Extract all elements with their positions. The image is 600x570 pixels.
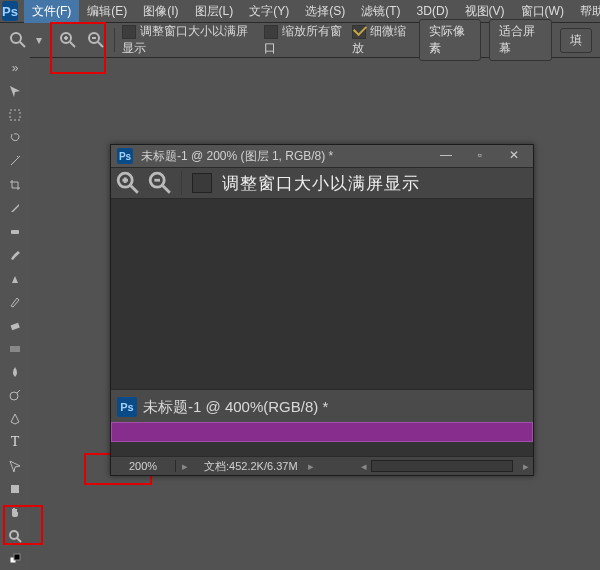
nested-document-tab[interactable]: Ps 未标题-1 @ 400%(RGB/8) * [111, 389, 533, 424]
actual-pixels-button[interactable]: 实际像素 [419, 19, 482, 61]
zoom-current-icon [8, 29, 28, 51]
svg-line-14 [17, 390, 20, 393]
status-arrow-icon[interactable]: ▸ [176, 460, 194, 473]
swap-colors-icon[interactable] [2, 548, 28, 570]
menu-3d[interactable]: 3D(D) [409, 1, 457, 21]
brush-tool-icon[interactable] [2, 243, 28, 266]
svg-rect-10 [11, 230, 19, 234]
status-bar: 200% ▸ 文档:452.2K/6.37M ▸ ◂ ▸ [111, 456, 533, 475]
fill-screen-button[interactable]: 填 [560, 28, 592, 53]
svg-point-0 [11, 33, 21, 43]
zoom-in-icon[interactable] [58, 29, 78, 51]
scroll-left-icon[interactable]: ◂ [357, 460, 371, 473]
heal-tool-icon[interactable] [2, 220, 28, 243]
ps-mini-icon: Ps [117, 148, 133, 164]
svg-line-17 [17, 538, 21, 542]
menu-type[interactable]: 文字(Y) [241, 0, 297, 23]
svg-point-16 [10, 531, 18, 539]
doc-resize-checkbox[interactable] [192, 173, 212, 193]
doc-zoom-out-icon[interactable] [145, 168, 176, 199]
menu-image[interactable]: 图像(I) [135, 0, 186, 23]
shape-tool-icon[interactable] [2, 477, 28, 500]
svg-rect-11 [11, 323, 20, 330]
zoom-tool-icon[interactable] [2, 524, 28, 547]
eyedropper-tool-icon[interactable] [2, 196, 28, 219]
fit-screen-button[interactable]: 适合屏幕 [489, 19, 552, 61]
maximize-button[interactable]: ▫ [467, 148, 493, 164]
zoom-out-icon[interactable] [86, 29, 106, 51]
menu-help[interactable]: 帮助(H) [572, 0, 600, 23]
menu-layer[interactable]: 图层(L) [187, 0, 242, 23]
document-canvas[interactable]: Ps 未标题-1 @ 400%(RGB/8) * [111, 199, 533, 456]
menu-edit[interactable]: 编辑(E) [79, 0, 135, 23]
move-tool-icon[interactable] [2, 79, 28, 102]
document-title: 未标题-1 @ 200% (图层 1, RGB/8) * [141, 148, 425, 165]
doc-zoom-in-icon[interactable] [113, 168, 144, 199]
lasso-tool-icon[interactable] [2, 126, 28, 149]
crop-tool-icon[interactable] [2, 173, 28, 196]
menu-file[interactable]: 文件(F) [24, 0, 79, 23]
canvas-content [111, 422, 533, 442]
app-logo: Ps [2, 1, 18, 21]
divider [181, 171, 182, 195]
svg-rect-9 [10, 110, 20, 120]
options-bar: ▾ 调整窗口大小以满屏显示 缩放所有窗口 细微缩放 实际像素 适合屏幕 填 [0, 23, 600, 58]
resize-windows-label: 调整窗口大小以满屏显示 [122, 24, 248, 55]
path-tool-icon[interactable] [2, 454, 28, 477]
gradient-tool-icon[interactable] [2, 337, 28, 360]
divider [50, 28, 51, 52]
scrubby-checkbox[interactable]: 细微缩放 [352, 23, 411, 57]
menu-select[interactable]: 选择(S) [297, 0, 353, 23]
svg-line-1 [20, 42, 25, 47]
menu-filter[interactable]: 滤镜(T) [353, 0, 408, 23]
dodge-tool-icon[interactable] [2, 384, 28, 407]
collapse-icon[interactable]: » [2, 56, 28, 79]
ps-mini-icon: Ps [117, 397, 137, 417]
status-doc-size: 文档:452.2K/6.37M [194, 459, 308, 474]
doc-resize-label: 调整窗口大小以满屏显示 [222, 172, 420, 195]
status-menu-arrow-icon[interactable]: ▸ [308, 460, 314, 473]
horizontal-scrollbar[interactable] [371, 460, 513, 472]
svg-rect-12 [10, 346, 20, 352]
resize-windows-checkbox[interactable]: 调整窗口大小以满屏显示 [122, 23, 255, 57]
pen-tool-icon[interactable] [2, 407, 28, 430]
zoom-level-input[interactable]: 200% [111, 460, 176, 472]
history-brush-icon[interactable] [2, 290, 28, 313]
marquee-tool-icon[interactable] [2, 103, 28, 126]
type-tool-icon[interactable]: T [2, 431, 28, 454]
document-titlebar[interactable]: Ps 未标题-1 @ 200% (图层 1, RGB/8) * — ▫ ✕ [111, 145, 533, 167]
wand-tool-icon[interactable] [2, 150, 28, 173]
blur-tool-icon[interactable] [2, 360, 28, 383]
dropdown-arrow-icon[interactable]: ▾ [36, 33, 42, 47]
zoom-all-checkbox[interactable]: 缩放所有窗口 [264, 23, 344, 57]
svg-rect-19 [14, 554, 20, 560]
close-button[interactable]: ✕ [501, 148, 527, 164]
clone-tool-icon[interactable] [2, 267, 28, 290]
svg-line-3 [70, 42, 75, 47]
document-window: Ps 未标题-1 @ 200% (图层 1, RGB/8) * — ▫ ✕ 调整… [110, 144, 534, 476]
eraser-tool-icon[interactable] [2, 313, 28, 336]
svg-line-21 [131, 186, 138, 193]
document-options-strip: 调整窗口大小以满屏显示 [111, 167, 533, 199]
nested-document-title: 未标题-1 @ 400%(RGB/8) * [143, 398, 328, 417]
hand-tool-icon[interactable] [2, 501, 28, 524]
tool-strip: » T [0, 56, 30, 570]
minimize-button[interactable]: — [433, 148, 459, 164]
scroll-right-icon[interactable]: ▸ [519, 460, 533, 473]
svg-rect-15 [11, 485, 19, 493]
svg-line-7 [98, 42, 103, 47]
svg-line-25 [163, 186, 170, 193]
divider [114, 28, 115, 52]
svg-point-13 [10, 392, 18, 400]
